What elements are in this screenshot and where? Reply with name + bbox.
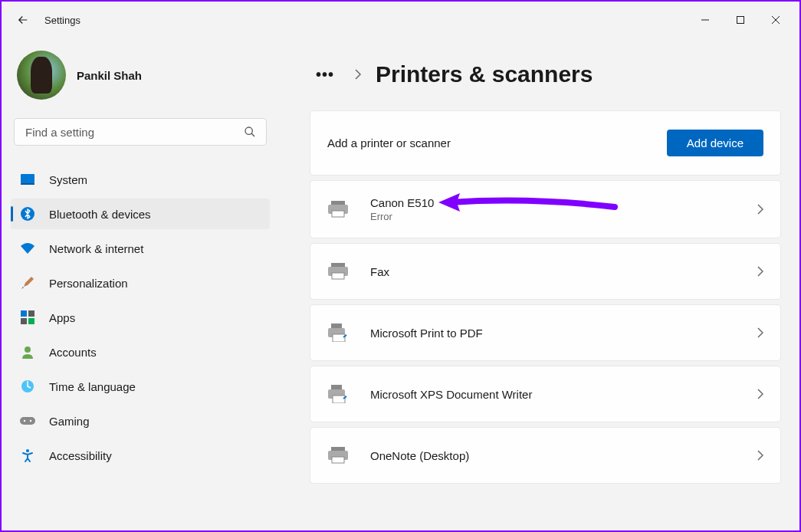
device-card-canon-e510[interactable]: Canon E510 Error — [310, 180, 781, 238]
device-name: Microsoft XPS Document Writer — [370, 388, 532, 401]
minimize-button[interactable] — [688, 8, 723, 32]
svg-rect-26 — [333, 396, 345, 403]
avatar — [17, 51, 66, 100]
device-name: Canon E510 — [370, 196, 434, 209]
nav-list: System Bluetooth & devices Network & int… — [11, 164, 270, 471]
sidebar-item-personalization[interactable]: Personalization — [11, 268, 270, 298]
window-controls — [688, 8, 793, 32]
bluetooth-icon — [20, 206, 35, 222]
sidebar-item-system[interactable]: System — [11, 164, 270, 195]
svg-point-1 — [245, 127, 252, 134]
svg-rect-27 — [331, 447, 345, 451]
search-input[interactable] — [14, 118, 267, 146]
printer-out-icon — [327, 383, 349, 405]
app-title: Settings — [44, 15, 80, 26]
chevron-right-icon — [757, 204, 763, 215]
svg-point-12 — [24, 420, 25, 422]
printer-icon — [327, 199, 349, 220]
device-card-fax[interactable]: Fax — [310, 243, 781, 300]
add-device-row: Add a printer or scanner Add device — [310, 111, 780, 175]
add-device-card: Add a printer or scanner Add device — [310, 110, 781, 176]
svg-rect-23 — [333, 334, 345, 342]
device-name: OneNote (Desktop) — [370, 449, 469, 462]
profile[interactable]: Pankil Shah — [11, 38, 270, 118]
gaming-icon — [20, 413, 35, 429]
search-icon — [244, 126, 256, 138]
device-name: Microsoft Print to PDF — [370, 327, 483, 340]
sidebar-item-time-language[interactable]: Time & language — [11, 371, 270, 402]
accessibility-icon — [20, 448, 35, 463]
chevron-right-icon — [354, 68, 362, 80]
titlebar: Settings — [2, 2, 799, 38]
clock-globe-icon — [20, 379, 35, 394]
chevron-right-icon — [757, 389, 763, 399]
breadcrumb-ellipsis[interactable]: ••• — [310, 63, 340, 87]
printer-icon — [327, 445, 349, 466]
svg-rect-22 — [331, 323, 342, 328]
user-name: Pankil Shah — [77, 69, 142, 82]
close-button[interactable] — [758, 8, 793, 32]
printer-icon — [327, 261, 349, 282]
chevron-right-icon — [757, 450, 763, 461]
svg-rect-3 — [21, 183, 34, 185]
brush-icon — [20, 275, 35, 291]
svg-point-13 — [30, 420, 31, 422]
close-icon — [772, 16, 780, 24]
svg-rect-20 — [332, 273, 344, 279]
back-button[interactable] — [8, 5, 38, 35]
sidebar-item-label: Personalization — [49, 277, 128, 290]
minimize-icon — [701, 16, 709, 24]
svg-rect-8 — [28, 318, 34, 324]
sidebar-item-accessibility[interactable]: Accessibility — [11, 440, 270, 471]
sidebar-item-label: Apps — [49, 311, 75, 324]
device-card-onenote[interactable]: OneNote (Desktop) — [310, 427, 781, 484]
sidebar-item-accounts[interactable]: Accounts — [11, 337, 270, 367]
sidebar-item-label: Bluetooth & devices — [49, 208, 151, 221]
svg-point-9 — [25, 346, 31, 353]
svg-rect-7 — [21, 318, 27, 324]
sidebar-item-label: Accessibility — [49, 449, 112, 462]
sidebar-item-gaming[interactable]: Gaming — [11, 406, 270, 436]
device-status: Error — [370, 211, 434, 222]
add-device-label: Add a printer or scanner — [327, 136, 451, 149]
device-card-xps-writer[interactable]: Microsoft XPS Document Writer — [310, 366, 781, 422]
sidebar-item-label: Accounts — [49, 346, 97, 359]
accounts-icon — [20, 344, 35, 360]
svg-rect-15 — [331, 201, 345, 205]
printer-out-icon — [327, 322, 349, 343]
sidebar-item-label: Gaming — [49, 415, 90, 428]
arrow-left-icon — [16, 13, 30, 27]
svg-rect-2 — [21, 174, 34, 183]
sidebar-item-label: Time & language — [49, 380, 136, 393]
sidebar-item-label: Network & internet — [49, 242, 143, 255]
svg-rect-25 — [331, 385, 342, 389]
page-title: Printers & scanners — [376, 61, 593, 87]
svg-rect-0 — [737, 17, 744, 24]
svg-point-14 — [26, 449, 29, 452]
sidebar-item-label: System — [49, 173, 87, 186]
svg-rect-17 — [332, 211, 344, 217]
sidebar-item-apps[interactable]: Apps — [11, 302, 270, 333]
chevron-right-icon — [757, 327, 763, 338]
maximize-icon — [737, 16, 744, 24]
system-icon — [20, 172, 35, 187]
search-box — [14, 118, 267, 146]
main-content: ••• Printers & scanners Add a printer or… — [279, 38, 799, 530]
sidebar-item-bluetooth-devices[interactable]: Bluetooth & devices — [11, 199, 270, 229]
add-device-button[interactable]: Add device — [667, 130, 763, 156]
wifi-icon — [20, 241, 35, 256]
svg-rect-5 — [21, 310, 27, 317]
svg-rect-6 — [28, 310, 34, 317]
svg-rect-29 — [332, 457, 344, 463]
svg-rect-11 — [20, 417, 35, 425]
svg-rect-18 — [331, 263, 345, 267]
breadcrumb: ••• Printers & scanners — [310, 61, 781, 87]
device-name: Fax — [370, 265, 389, 278]
maximize-button[interactable] — [723, 8, 758, 32]
chevron-right-icon — [757, 266, 763, 277]
sidebar-item-network[interactable]: Network & internet — [11, 233, 270, 264]
sidebar: Pankil Shah System Bluetooth & devices N… — [2, 38, 279, 530]
device-card-print-to-pdf[interactable]: Microsoft Print to PDF — [310, 304, 781, 361]
apps-icon — [20, 310, 35, 325]
